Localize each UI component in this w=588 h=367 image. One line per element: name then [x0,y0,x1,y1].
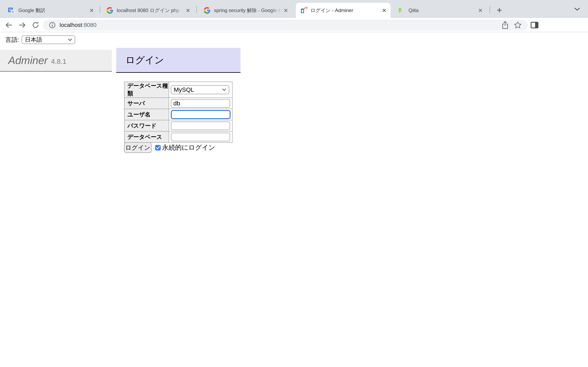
address-bar[interactable]: localhost:8080 [43,20,528,31]
close-icon[interactable] [185,7,191,13]
field-label-dbtype: データベース種類 [124,82,169,98]
login-button[interactable]: ログイン [124,142,151,153]
language-value: 日本語 [25,36,42,44]
tab-spring-security[interactable]: spring security 解除 - Google 検 [199,3,292,18]
url-port: :8080 [82,22,96,28]
server-input[interactable] [171,99,230,108]
submit-row: ログイン 永続的にログイン [124,142,215,153]
tab-strip: G文 Google 翻訳 localhost 8080 ログイン php - [0,0,588,18]
tab-search-chevron-icon[interactable] [574,7,580,12]
table-row: サーバ [124,98,232,109]
table-row: パスワード [124,120,232,131]
tab-localhost-search[interactable]: localhost 8080 ログイン php - [102,3,194,18]
browser-toolbar: localhost:8080 更新 [0,18,588,32]
language-row: 言語: 日本語 [5,35,75,44]
tab-divider [100,6,100,13]
chevron-down-icon [222,88,226,91]
adminer-page: 言語: 日本語 Adminer 4.8.1 ログイン データベース種類 MySQ… [0,33,588,367]
adminer-logo[interactable]: Adminer [8,54,48,67]
tab-google-translate[interactable]: G文 Google 翻訳 [4,3,98,18]
share-icon[interactable] [501,21,510,30]
bookmark-star-icon[interactable] [513,21,522,30]
tab-title: ログイン - Adminer [311,7,381,14]
back-button[interactable] [4,21,13,30]
adminer-version[interactable]: 4.8.1 [51,55,67,66]
permanent-login-checkbox[interactable] [155,145,161,150]
tab-divider [196,6,197,13]
close-icon[interactable] [283,7,289,13]
language-label: 言語: [5,36,19,44]
checkmark-icon [156,146,160,149]
url-host: localhost [60,22,82,28]
tab-qiita[interactable]: Q Qiita [394,3,487,18]
tab-title: spring security 解除 - Google 検 [214,7,283,14]
new-tab-button[interactable] [495,6,504,15]
close-icon[interactable] [381,7,387,13]
browser-window: G文 Google 翻訳 localhost 8080 ログイン php - [0,0,588,367]
url-text: localhost:8080 [60,22,96,28]
login-heading-box: ログイン [116,48,241,73]
tab-adminer-active[interactable]: <? ログイン - Adminer [296,3,390,18]
field-label-database: データベース [124,131,169,142]
tab-title: localhost 8080 ログイン php - [117,7,185,14]
db-type-select[interactable]: MySQL [171,85,229,94]
database-input[interactable] [171,133,230,141]
google-icon [204,7,210,14]
field-label-username: ユーザ名 [124,109,169,120]
chevron-down-icon [68,38,72,41]
page-title: ログイン [126,54,164,67]
field-label-password: パスワード [124,120,169,131]
tab-title: Google 翻訳 [18,7,89,14]
close-icon[interactable] [477,7,484,13]
permanent-login-label[interactable]: 永続的にログイン [162,143,215,152]
google-translate-icon: G文 [8,7,15,14]
reload-button[interactable] [31,21,40,30]
tab-title: Qiita [408,8,477,13]
forward-button[interactable] [17,21,26,30]
table-row: データベース種類 MySQL [124,82,232,98]
adminer-icon: <? [300,7,307,14]
adminer-logo-box: Adminer 4.8.1 [0,50,112,72]
field-label-server: サーバ [124,98,169,109]
info-icon[interactable] [48,21,57,30]
language-select[interactable]: 日本語 [22,35,75,44]
tab-divider [490,6,490,13]
table-row: ユーザ名 [124,109,232,120]
side-panel-icon[interactable] [530,21,539,30]
qiita-icon: Q [398,7,405,14]
table-row: データベース [124,131,232,142]
password-input[interactable] [171,122,230,130]
username-input[interactable] [171,110,231,119]
close-icon[interactable] [89,7,95,13]
google-icon [107,7,113,14]
db-type-value: MySQL [174,86,194,93]
login-form-table: データベース種類 MySQL サーバ ユーザ名 パスワード [124,82,233,143]
